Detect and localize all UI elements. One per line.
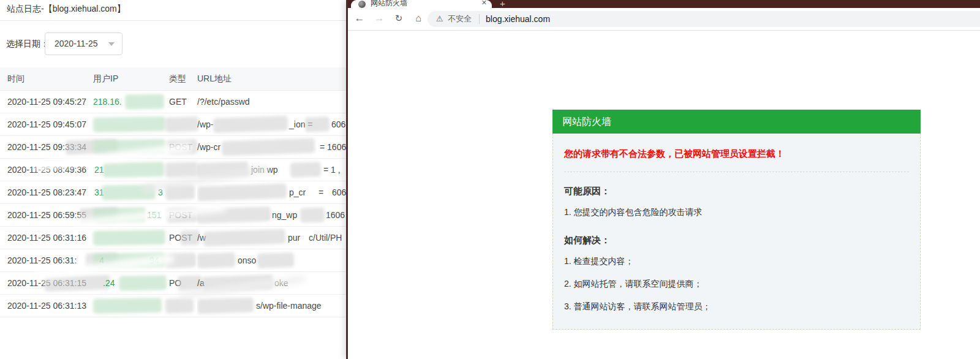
cell-text: 1606 bbox=[326, 204, 345, 226]
cell-text: p_cr bbox=[289, 181, 306, 203]
redaction-smudge bbox=[93, 207, 146, 222]
browser-tab[interactable]: 网站防火墙 ✕ bbox=[351, 0, 492, 8]
redaction-smudge bbox=[197, 252, 235, 268]
forward-icon[interactable]: → bbox=[371, 8, 387, 29]
type-cell bbox=[169, 159, 196, 181]
not-secure-label: 不安全 bbox=[448, 11, 472, 27]
cell-text: pur bbox=[288, 227, 300, 249]
tab-close-icon[interactable]: ✕ bbox=[481, 0, 487, 7]
url-cell: join wp= 1 , bbox=[197, 159, 346, 181]
cell-text: 2020-11-25 06:31: bbox=[7, 249, 77, 271]
redaction-smudge bbox=[300, 207, 325, 222]
redaction-smudge bbox=[257, 252, 295, 268]
cell-text: GET bbox=[169, 91, 187, 113]
log-table-body: 2020-11-25 09:45:27218.16.GET/?/etc/pass… bbox=[0, 91, 346, 317]
cell-text: 2020-11-25 06:59:55 bbox=[7, 204, 86, 226]
redaction-smudge bbox=[102, 184, 156, 200]
section-title: 可能原因： bbox=[564, 186, 909, 197]
time-cell: 2020-11-25 09:33:34 bbox=[7, 136, 92, 158]
redaction-smudge bbox=[93, 230, 165, 246]
table-row: 2020-11-25 06:31:16POST/wpurc/Util/PH bbox=[0, 227, 346, 249]
redaction-smudge bbox=[222, 138, 315, 156]
site-log-panel: 站点日志-【blog.xiehual.com】 选择日期： 2020-11-25… bbox=[0, 0, 346, 359]
section-title: 如何解决： bbox=[564, 235, 909, 246]
table-row: 2020-11-25 08:23:47313p_cr=606 bbox=[0, 181, 346, 204]
ip-cell: 494 bbox=[93, 249, 168, 271]
chevron-down-icon bbox=[108, 42, 115, 46]
url-cell: /wp-cr= 1606 bbox=[197, 136, 346, 158]
redaction-smudge bbox=[165, 162, 199, 178]
redaction-smudge bbox=[203, 229, 286, 247]
cell-text: 2020-11-25 08:23:47 bbox=[7, 181, 86, 203]
cell-text: 2020-11-25 08:49:36 bbox=[7, 159, 86, 181]
date-picker-label: 选择日期： bbox=[6, 39, 49, 50]
log-table: 时间用户IP类型URL地址 2020-11-25 09:45:27218.16.… bbox=[0, 67, 346, 317]
cell-text: 606 bbox=[332, 181, 346, 203]
browser-tab-strip: 网站防火墙 ✕ + bbox=[348, 0, 980, 8]
redaction-smudge bbox=[165, 298, 194, 314]
back-icon[interactable]: ← bbox=[352, 8, 368, 29]
redaction-smudge bbox=[197, 206, 271, 224]
column-header: 时间 bbox=[7, 67, 24, 90]
home-icon[interactable]: ⌂ bbox=[410, 8, 426, 29]
ip-cell bbox=[93, 136, 168, 158]
url-cell: ng_wp1606 bbox=[197, 204, 346, 226]
url-cell: /wpurc/Util/PH bbox=[197, 227, 346, 249]
redaction-smudge bbox=[93, 139, 165, 155]
type-cell bbox=[169, 181, 196, 203]
table-row: 2020-11-25 09:45:27218.16.GET/?/etc/pass… bbox=[0, 91, 346, 113]
type-cell: POST bbox=[169, 136, 196, 158]
url-cell: onso bbox=[197, 249, 346, 271]
page-title: 站点日志-【blog.xiehual.com】 bbox=[7, 4, 126, 15]
reload-icon[interactable]: ↻ bbox=[391, 8, 407, 29]
column-header: 类型 bbox=[169, 67, 186, 90]
cell-text: s/wp-file-manage bbox=[256, 295, 322, 317]
redaction-smudge bbox=[93, 252, 165, 268]
time-cell: 2020-11-25 09:45:07 bbox=[7, 113, 92, 135]
redaction-smudge bbox=[167, 139, 198, 155]
type-cell bbox=[169, 113, 196, 135]
new-tab-button[interactable]: + bbox=[500, 0, 505, 9]
ip-cell: 21 bbox=[93, 159, 168, 181]
url-cell: p_cr=606 bbox=[197, 181, 346, 203]
type-cell bbox=[169, 295, 196, 317]
column-header: 用户IP bbox=[93, 67, 118, 90]
redaction-smudge bbox=[103, 162, 164, 178]
ip-cell: 151 bbox=[93, 204, 168, 226]
cell-text: ng_wp bbox=[272, 204, 297, 226]
redaction-smudge bbox=[165, 252, 197, 268]
ip-cell: 218.16. bbox=[93, 91, 168, 113]
time-cell: 2020-11-25 06:31:16 bbox=[7, 227, 92, 249]
url-cell: s/wp-file-manage bbox=[197, 295, 346, 317]
redaction-smudge bbox=[119, 275, 167, 290]
ip-cell: 313 bbox=[93, 181, 168, 203]
ip-cell bbox=[93, 227, 168, 249]
cell-text: oke bbox=[274, 272, 288, 294]
title-divider bbox=[0, 20, 346, 21]
dashed-separator bbox=[564, 172, 909, 172]
cell-text: onso bbox=[238, 249, 256, 271]
table-row: 2020-11-25 06:31:15.24PO/aoke bbox=[0, 272, 346, 295]
cell-text: 2020-11-25 09:45:27 bbox=[7, 91, 86, 113]
time-cell: 2020-11-25 09:45:27 bbox=[7, 91, 92, 113]
section-item: 1. 您提交的内容包含危险的攻击请求 bbox=[564, 207, 909, 218]
cell-text: /wp-cr bbox=[197, 136, 221, 158]
cell-text: = bbox=[318, 181, 323, 203]
cell-text: 2020-11-25 06:31:13 bbox=[7, 295, 86, 317]
cell-text: 218.16. bbox=[93, 91, 122, 113]
url-cell: /wp-_ion =606 bbox=[197, 113, 346, 135]
firewall-header: 网站防火墙 bbox=[552, 110, 921, 134]
firewall-sections: 可能原因：1. 您提交的内容包含危险的攻击请求如何解决：1. 检查提交内容；2.… bbox=[564, 186, 909, 312]
address-bar[interactable]: ⚠ 不安全 blog.xiehual.com bbox=[428, 11, 980, 27]
not-secure-warning-icon: ⚠ bbox=[436, 11, 443, 27]
column-header: URL地址 bbox=[197, 67, 232, 90]
cell-text: = 1 , bbox=[323, 159, 341, 181]
redaction-smudge bbox=[197, 183, 287, 201]
tab-title: 网站防火墙 bbox=[371, 0, 407, 8]
cell-text: 2020-11-25 06:31:16 bbox=[7, 227, 86, 249]
time-cell: 2020-11-25 06:31:13 bbox=[7, 295, 92, 317]
cell-text: c/Util/PH bbox=[309, 227, 342, 249]
date-select[interactable]: 2020-11-25 bbox=[45, 32, 123, 55]
redaction-smudge bbox=[290, 162, 322, 178]
cell-text: 606 bbox=[331, 113, 345, 135]
